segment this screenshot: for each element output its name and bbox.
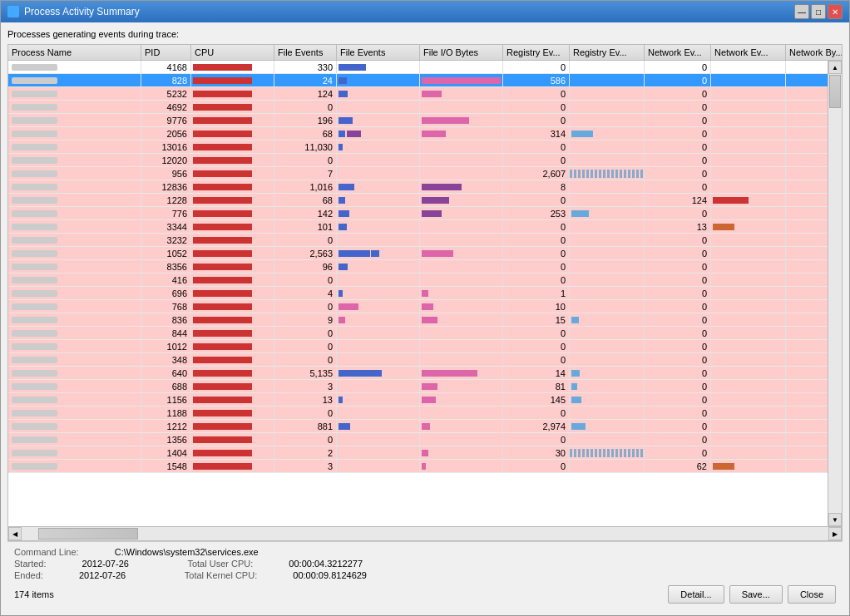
col-network-ev1: Network Ev... <box>645 45 711 60</box>
scroll-thumb[interactable] <box>829 75 841 108</box>
scroll-track[interactable] <box>828 74 842 513</box>
cell-file-io <box>420 167 503 180</box>
cell-net-by <box>786 407 828 419</box>
cell-net-ev2 <box>711 460 786 472</box>
table-row[interactable]: 688 3 81 0 <box>8 380 828 393</box>
cell-cpu <box>191 207 274 219</box>
cell-process <box>8 446 141 459</box>
table-row[interactable]: 768 0 10 0 <box>8 300 828 313</box>
table-row[interactable]: 1228 68 0 124 <box>8 194 828 207</box>
table-row[interactable]: 836 9 15 0 <box>8 313 828 327</box>
cell-reg-ev1: 253 <box>503 207 570 219</box>
cell-net-by <box>786 180 828 193</box>
table-row[interactable]: 1156 13 145 0 <box>8 393 828 407</box>
h-scroll-thumb[interactable] <box>38 528 138 540</box>
table-row[interactable]: 776 142 253 0 <box>8 207 828 220</box>
close-button[interactable]: Close <box>788 585 836 604</box>
cell-file-io <box>420 340 503 352</box>
window-title: Process Activity Summary <box>24 6 140 17</box>
cell-net-ev2 <box>711 407 786 419</box>
table-row[interactable]: 12836 1,016 8 0 <box>8 180 828 194</box>
cell-cpu <box>191 220 274 233</box>
table-row[interactable]: 4692 0 0 0 <box>8 101 828 114</box>
table-row[interactable]: 1012 0 0 0 <box>8 340 828 353</box>
cell-reg-ev2 <box>570 114 645 126</box>
cell-net-by <box>786 234 828 246</box>
cell-cpu <box>191 340 274 352</box>
table-row[interactable]: 696 4 1 0 <box>8 287 828 300</box>
cell-file-events: 13 <box>274 393 337 406</box>
cell-net-ev1: 0 <box>645 140 711 153</box>
cell-net-ev1: 0 <box>645 180 711 193</box>
cell-net-ev2 <box>711 433 786 446</box>
table-row[interactable]: 1188 0 0 0 <box>8 407 828 420</box>
table-row[interactable]: 12020 0 0 0 <box>8 154 828 167</box>
cell-file-io <box>420 74 503 86</box>
save-button[interactable]: Save... <box>729 585 783 604</box>
scroll-left-arrow[interactable]: ◀ <box>8 527 22 540</box>
vertical-scrollbar[interactable]: ▲ ▼ <box>828 61 842 526</box>
cell-process <box>8 260 141 273</box>
cell-file-io <box>420 380 503 392</box>
scroll-right-arrow[interactable]: ▶ <box>828 527 842 540</box>
cell-pid: 3344 <box>141 220 191 233</box>
cell-reg-ev1: 0 <box>503 220 570 233</box>
table-row[interactable]: 3232 0 0 0 <box>8 234 828 247</box>
table-row[interactable]: 348 0 0 0 <box>8 353 828 367</box>
cell-file-io <box>420 140 503 153</box>
detail-button[interactable]: Detail... <box>668 585 724 604</box>
cell-reg-ev2 <box>570 180 645 193</box>
cell-reg-ev1: 0 <box>503 140 570 153</box>
cell-process <box>8 313 141 326</box>
table-row[interactable]: 1356 0 0 0 <box>8 433 828 446</box>
h-scroll-track[interactable] <box>22 527 828 540</box>
table-row[interactable]: 956 7 2,607 0 <box>8 167 828 180</box>
scroll-down-arrow[interactable]: ▼ <box>828 513 842 526</box>
title-bar: Process Activity Summary — □ ✕ <box>1 1 849 22</box>
cell-reg-ev2 <box>570 367 645 379</box>
table-row[interactable]: 844 0 0 0 <box>8 327 828 340</box>
maximize-button[interactable]: □ <box>811 4 826 19</box>
cell-file-events-chart <box>337 420 420 432</box>
cell-net-by <box>786 194 828 206</box>
table-row[interactable]: 8356 96 0 0 <box>8 260 828 274</box>
cell-file-io <box>420 260 503 273</box>
table-header: Process Name PID CPU File Events File Ev… <box>8 45 842 61</box>
cell-net-by <box>786 446 828 459</box>
cell-pid: 416 <box>141 274 191 286</box>
cell-process <box>8 327 141 339</box>
table-body[interactable]: 4168 330 0 0 828 <box>8 61 828 526</box>
cell-pid: 12020 <box>141 154 191 166</box>
table-row[interactable]: 9776 196 0 0 <box>8 114 828 127</box>
cell-cpu <box>191 114 274 126</box>
table-row[interactable]: 1548 3 0 62 <box>8 460 828 473</box>
horizontal-scrollbar[interactable]: ◀ ▶ <box>8 526 842 540</box>
table-row[interactable]: 2056 68 314 0 <box>8 127 828 140</box>
cell-net-ev1: 0 <box>645 207 711 219</box>
table-row[interactable]: 828 24 586 0 <box>8 74 828 87</box>
table-row[interactable]: 640 5,135 14 0 <box>8 367 828 380</box>
cell-process <box>8 74 141 86</box>
table-row[interactable]: 1212 881 2,974 0 <box>8 420 828 433</box>
table-row[interactable]: 4168 330 0 0 <box>8 61 828 74</box>
table-row[interactable]: 1052 2,563 0 0 <box>8 247 828 260</box>
cell-reg-ev2 <box>570 380 645 392</box>
cell-reg-ev1: 0 <box>503 154 570 166</box>
col-file-events: File Events <box>274 45 337 60</box>
table-row[interactable]: 5232 124 0 0 <box>8 87 828 101</box>
table-row[interactable]: 1404 2 30 0 <box>8 446 828 460</box>
cell-file-io <box>420 154 503 166</box>
minimize-button[interactable]: — <box>794 4 809 19</box>
window-close-button[interactable]: ✕ <box>828 4 843 19</box>
cell-reg-ev1: 314 <box>503 127 570 140</box>
table-row[interactable]: 3344 101 0 13 <box>8 220 828 234</box>
cell-cpu <box>191 380 274 392</box>
cell-reg-ev2 <box>570 247 645 259</box>
cell-process <box>8 167 141 180</box>
cell-file-events: 196 <box>274 114 337 126</box>
table-row[interactable]: 13016 11,030 0 0 <box>8 140 828 154</box>
cell-reg-ev1: 0 <box>503 194 570 206</box>
table-row[interactable]: 416 0 0 0 <box>8 274 828 287</box>
scroll-up-arrow[interactable]: ▲ <box>828 61 842 74</box>
cell-cpu <box>191 274 274 286</box>
